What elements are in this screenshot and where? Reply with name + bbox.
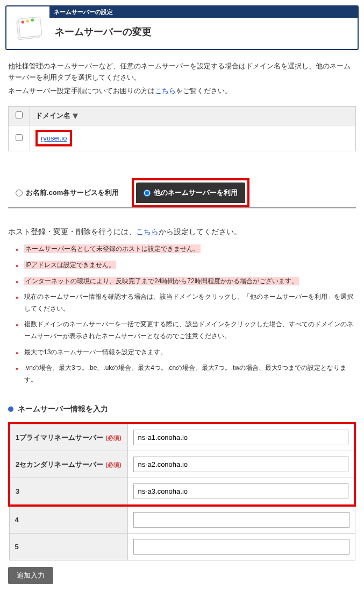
nameserver-input-5[interactable] [133, 539, 349, 555]
domain-name-header[interactable]: ドメイン名 [30, 107, 356, 125]
header-text-area: ネームサーバーの設定 ネームサーバーの変更 [49, 6, 358, 49]
domain-link[interactable]: ryusei.io [41, 134, 67, 142]
warning-item: 現在のネームサーバー情報を確認する場合は、該当ドメインをクリックし、「他のネーム… [19, 291, 356, 314]
warning-item: 複数ドメインのネームサーバーを一括で変更する際に、該当ドメインをクリックした場合… [19, 319, 356, 342]
warning-item: IPアドレスは設定できません。 [19, 260, 356, 271]
nameserver-row: 5 [9, 534, 355, 560]
breadcrumb: ネームサーバーの設定 [49, 6, 358, 18]
header-icon-area [6, 6, 49, 49]
nameserver-label: 2セカンダリネームサーバー(必須) [9, 451, 127, 478]
add-row-button[interactable]: 追加入力 [8, 567, 53, 584]
tab-onamae-services[interactable]: お名前.com各サービスを利用 [8, 183, 126, 203]
tab-other-nameserver[interactable]: 他のネームサーバーを利用 [136, 183, 245, 203]
highlight-box: ryusei.io [35, 130, 72, 146]
host-register-link[interactable]: こちら [136, 227, 159, 236]
warning-item: 最大で13のネームサーバー情報を設定できます。 [19, 347, 356, 359]
help-link[interactable]: こちら [155, 87, 176, 95]
warning-list: ネームサーバー名として未登録のホストは設定できません。IPアドレスは設定できませ… [8, 243, 356, 385]
warning-item: .vnの場合、最大3つ。.be、.ukの場合、最大4つ。.cnの場合、最大7つ。… [19, 362, 356, 385]
warning-item: ネームサーバー名として未登録のホストは設定できません。 [19, 243, 356, 255]
tabs-row: お名前.com各サービスを利用 他のネームサーバーを利用 [8, 178, 356, 208]
nameserver-label: 4 [9, 506, 127, 534]
required-badge: (必須) [105, 434, 121, 441]
settings-page-icon [13, 13, 43, 43]
sort-icon [73, 114, 78, 119]
domain-checkbox[interactable] [16, 134, 23, 141]
required-badge: (必須) [105, 461, 121, 468]
nameserver-input-3[interactable] [133, 483, 349, 499]
highlight-box: 他のネームサーバーを利用 [132, 178, 249, 207]
nameserver-label: 5 [9, 534, 127, 560]
nameserver-table: 1プライマリネームサーバー(必須)2セカンダリネームサーバー(必須)345 [8, 422, 356, 560]
page-header: ネームサーバーの設定 ネームサーバーの変更 [5, 5, 359, 50]
nameserver-row: 3 [9, 478, 355, 506]
host-register-text: ホスト登録・変更・削除を行うには、こちらから設定してください。 [8, 227, 356, 237]
tab-onamae-radio[interactable] [16, 190, 23, 197]
domain-table: ドメイン名 ryusei.io [8, 106, 356, 151]
nameserver-input-2[interactable] [133, 457, 349, 472]
select-all-checkbox[interactable] [16, 111, 23, 118]
nameserver-row: 1プライマリネームサーバー(必須) [9, 423, 355, 451]
nameserver-label: 3 [9, 478, 127, 506]
warning-item: インターネットの環境により、反映完了まで24時間から72時間程度かかる場合がござ… [19, 276, 356, 288]
nameserver-row: 2セカンダリネームサーバー(必須) [9, 451, 355, 478]
svg-rect-1 [18, 17, 42, 38]
page-title: ネームサーバーの変更 [49, 18, 358, 46]
ns-section-heading: ネームサーバー情報を入力 [8, 404, 356, 414]
intro-line-2: ネームサーバー設定手順についてお困りの方はこちらをご覧ください。 [8, 86, 356, 97]
intro-line-1: 他社様管理のネームサーバーなど、任意のネームサーバーを設定する場合はドメイン名を… [8, 61, 356, 83]
nameserver-input-1[interactable] [133, 430, 349, 445]
tab-other-radio[interactable] [144, 190, 151, 197]
nameserver-label: 1プライマリネームサーバー(必須) [9, 423, 127, 451]
table-row: ryusei.io [9, 125, 356, 151]
nameserver-row: 4 [9, 506, 355, 534]
nameserver-input-4[interactable] [133, 512, 349, 528]
